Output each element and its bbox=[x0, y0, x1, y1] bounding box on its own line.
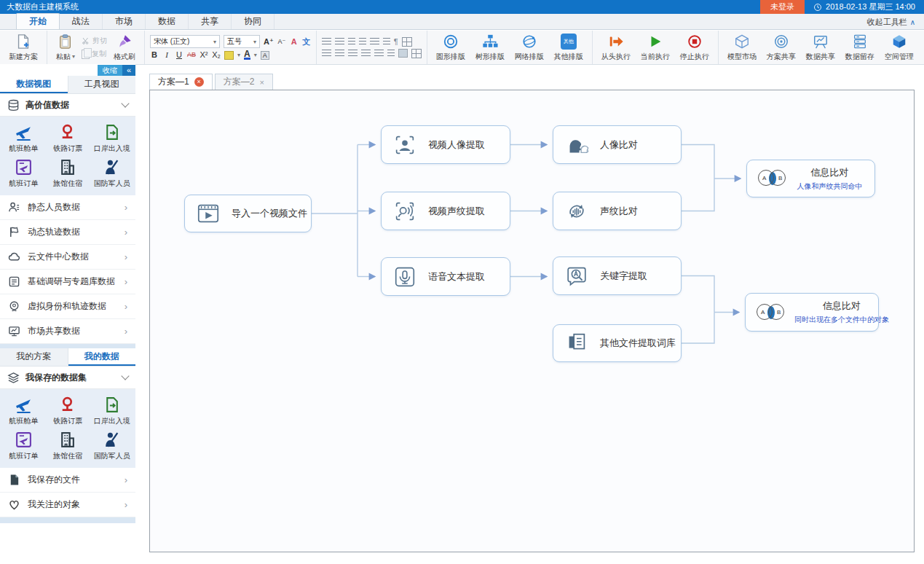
format-painter-button[interactable]: 格式刷 bbox=[110, 33, 139, 63]
other-layout-button[interactable]: 其他 其他排版 bbox=[550, 33, 587, 63]
subscript-button[interactable]: X₂ bbox=[212, 50, 221, 60]
space-management-button[interactable]: 空间管理 bbox=[881, 33, 917, 63]
shrink-font-button[interactable]: A⁻ bbox=[277, 37, 286, 47]
paste-button[interactable]: 粘贴▾ bbox=[52, 33, 79, 63]
sidebar-item-dynamic-trajectory[interactable]: 动态轨迹数据 › bbox=[0, 220, 135, 245]
decrease-indent-button[interactable] bbox=[348, 38, 355, 46]
copy-button[interactable]: 复制 bbox=[82, 49, 107, 59]
new-plan-button[interactable]: 新建方案 bbox=[5, 33, 42, 63]
dataset-railway-ticket[interactable]: 铁路订票 bbox=[46, 393, 90, 428]
node-speech-text-extract[interactable]: 语音文本提取 bbox=[381, 257, 510, 296]
dataset-military-personnel[interactable]: 国防军人员 bbox=[90, 428, 134, 463]
node-other-files-lexicon[interactable]: 其他文件提取词库 bbox=[553, 324, 682, 362]
dataset-hotel-lodging[interactable]: 旅馆住宿 bbox=[46, 155, 90, 190]
close-tab-icon[interactable]: × bbox=[194, 77, 204, 87]
shading-button[interactable] bbox=[398, 49, 408, 58]
font-color-button[interactable]: A bbox=[244, 50, 250, 60]
node-video-face-extract[interactable]: 视频人像提取 bbox=[381, 125, 510, 164]
tab-share[interactable]: 共享 bbox=[189, 14, 232, 29]
change-case-button[interactable]: 文 bbox=[302, 37, 311, 47]
stop-run-button[interactable]: 停止执行 bbox=[676, 33, 713, 63]
char-shading-button[interactable]: A bbox=[261, 51, 269, 60]
sidebar-collapse-button[interactable]: 收缩 « bbox=[98, 65, 135, 76]
tab-my-plans[interactable]: 我的方案 bbox=[0, 348, 68, 366]
tab-start[interactable]: 开始 bbox=[16, 13, 60, 29]
cut-button[interactable]: 剪切 bbox=[82, 36, 107, 46]
pilcrow-button[interactable]: ¶ bbox=[394, 37, 398, 46]
italic-button[interactable]: I bbox=[162, 50, 171, 60]
sidebar-item-market-shared-data[interactable]: 市场共享数据 › bbox=[0, 319, 135, 344]
line-spacing-button[interactable] bbox=[387, 50, 395, 58]
node-import-video[interactable]: 导入一个视频文件 bbox=[184, 195, 312, 232]
dataset-flight-order[interactable]: 航班订单 bbox=[1, 155, 46, 190]
tree-layout-button[interactable]: 树形排版 bbox=[472, 33, 508, 63]
plan-share-button[interactable]: 方案共享 bbox=[763, 33, 799, 63]
tab-data[interactable]: 数据 bbox=[146, 14, 189, 29]
sidebar-item-label: 市场共享数据 bbox=[28, 325, 80, 337]
superscript-button[interactable]: X² bbox=[200, 50, 208, 60]
sidebar-item-my-followed-objects[interactable]: 我关注的对象 › bbox=[0, 493, 135, 517]
my-saved-datasets-section[interactable]: 我保存的数据集 bbox=[0, 367, 135, 389]
close-tab-icon[interactable]: × bbox=[259, 78, 264, 87]
dataset-flight-order[interactable]: 航班订单 bbox=[1, 428, 46, 463]
sidebar-item-cloud-file-center[interactable]: 云文件中心数据 › bbox=[0, 245, 135, 270]
bold-button[interactable]: B bbox=[150, 50, 159, 60]
tab-my-data[interactable]: 我的数据 bbox=[68, 348, 136, 366]
increase-indent-button[interactable] bbox=[359, 38, 366, 46]
underline-button[interactable]: U bbox=[175, 50, 183, 60]
tab-collaborate[interactable]: 协同 bbox=[232, 14, 275, 29]
node-video-voiceprint-extract[interactable]: 视频声纹提取 bbox=[381, 192, 510, 230]
node-info-compare-1[interactable]: A B 信息比对 人像和声纹共同命中 bbox=[746, 160, 875, 197]
dataset-hotel-lodging[interactable]: 旅馆住宿 bbox=[46, 428, 90, 463]
tab-tactics[interactable]: 战法 bbox=[60, 14, 103, 29]
tab-data-view[interactable]: 数据视图 bbox=[0, 76, 68, 93]
data-share-button[interactable]: 数据共享 bbox=[802, 33, 839, 63]
table-button[interactable] bbox=[402, 37, 412, 47]
node-info-compare-2[interactable]: A B 信息比对 同时出现在多个文件中的对象 bbox=[745, 293, 879, 332]
node-keyword-extract[interactable]: 关键字提取 bbox=[553, 256, 682, 295]
align-center-button[interactable] bbox=[335, 50, 344, 58]
flow-canvas[interactable]: 导入一个视频文件 视频人像提取 视频声纹提取 语音文本提取 人像比对 声纹比对 … bbox=[149, 90, 915, 552]
borders-button[interactable] bbox=[411, 49, 422, 58]
sort-button[interactable] bbox=[383, 38, 390, 46]
align-right-button[interactable] bbox=[348, 50, 358, 58]
run-current-button[interactable]: 当前执行 bbox=[637, 33, 674, 63]
dataset-port-entry-exit[interactable]: 口岸出入境 bbox=[90, 120, 134, 155]
font-family-select[interactable]: 宋体 (正文) ▾ bbox=[150, 35, 220, 48]
node-voiceprint-compare[interactable]: 声纹比对 bbox=[553, 192, 682, 230]
run-from-start-button[interactable]: 从头执行 bbox=[598, 33, 634, 63]
grow-font-button[interactable]: A⁺ bbox=[264, 37, 274, 47]
dataset-flight-manifest[interactable]: 航班舱单 bbox=[1, 120, 46, 155]
tab-market[interactable]: 市场 bbox=[103, 14, 146, 29]
model-market-button[interactable]: 模型市场 bbox=[724, 33, 760, 63]
login-status-badge[interactable]: 未登录 bbox=[760, 0, 805, 14]
highlight-color-button[interactable] bbox=[224, 51, 234, 60]
data-retention-button[interactable]: 数据留存 bbox=[842, 33, 878, 63]
dataset-flight-manifest[interactable]: 航班舱单 bbox=[1, 393, 46, 428]
node-face-compare[interactable]: 人像比对 bbox=[553, 125, 682, 164]
doc-tab-plan-1[interactable]: 方案—1 × bbox=[149, 74, 213, 90]
circle-layout-button[interactable]: 圆形排版 bbox=[433, 33, 469, 63]
network-layout-button[interactable]: 网络排版 bbox=[511, 33, 548, 63]
sidebar-item-virtual-identity[interactable]: 虚拟身份和轨迹数据 › bbox=[0, 294, 135, 319]
sidebar-item-static-personnel[interactable]: 静态人员数据 › bbox=[0, 195, 135, 220]
doc-tab-plan-2[interactable]: 方案—2 × bbox=[215, 74, 273, 90]
bullet-list-button[interactable] bbox=[322, 38, 331, 46]
justify-button[interactable] bbox=[361, 50, 371, 58]
high-value-data-section[interactable]: 高价值数据 bbox=[0, 94, 135, 117]
sidebar-item-research-library[interactable]: 基础调研与专题库数据 › bbox=[0, 270, 135, 294]
dataset-port-entry-exit[interactable]: 口岸出入境 bbox=[90, 393, 134, 428]
building-icon bbox=[58, 431, 76, 449]
distribute-button[interactable] bbox=[374, 50, 384, 58]
strikethrough-button[interactable]: AB bbox=[187, 50, 196, 60]
clear-format-button[interactable]: A bbox=[290, 37, 299, 47]
font-size-select[interactable]: 五号 ▾ bbox=[224, 35, 260, 48]
char-scale-button[interactable] bbox=[370, 38, 379, 46]
sidebar-item-my-saved-files[interactable]: 我保存的文件 › bbox=[0, 468, 135, 493]
numbered-list-button[interactable] bbox=[335, 38, 344, 46]
dataset-railway-ticket[interactable]: 铁路订票 bbox=[46, 120, 90, 155]
collapse-toolbar-button[interactable]: 收起工具栏 ∧ bbox=[867, 17, 915, 28]
dataset-military-personnel[interactable]: 国防军人员 bbox=[90, 155, 134, 190]
align-left-button[interactable] bbox=[322, 50, 331, 58]
tab-tool-view[interactable]: 工具视图 bbox=[68, 76, 136, 93]
